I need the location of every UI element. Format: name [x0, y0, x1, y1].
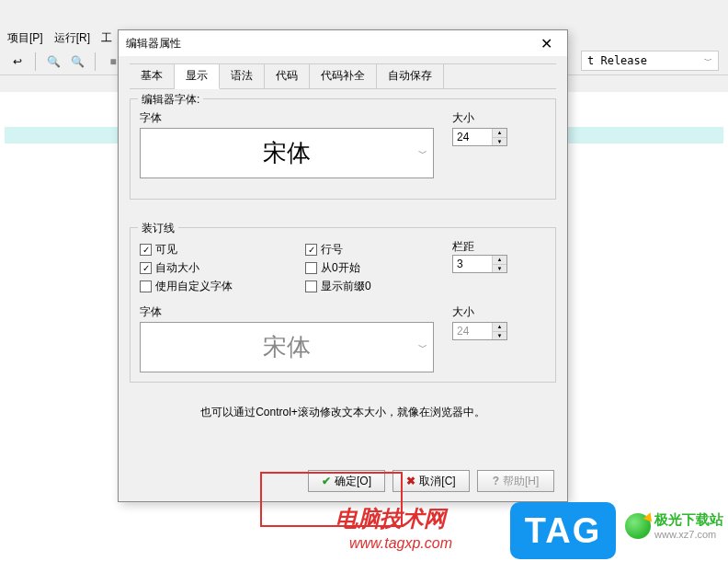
chevron-down-icon: ﹀ — [418, 147, 427, 160]
jiguang-icon — [625, 513, 651, 539]
dialog-button-bar: ✔ 确定[O] ✖ 取消[C] ? 帮助[H] — [308, 470, 554, 492]
spacing-label: 栏距 — [452, 240, 474, 253]
spinner-down-icon[interactable]: ▼ — [493, 265, 506, 273]
close-icon[interactable]: ✕ — [532, 32, 560, 54]
lineno-checkbox[interactable] — [305, 244, 317, 256]
jiguang-name: 极光下载站 — [654, 511, 723, 529]
question-icon: ? — [493, 475, 499, 487]
tab-autosave[interactable]: 自动保存 — [377, 64, 444, 88]
lineno-label: 行号 — [321, 242, 343, 258]
toolbar-btn-1[interactable]: ↩ — [7, 52, 28, 72]
tab-display[interactable]: 显示 — [175, 64, 220, 89]
gutter-font-label: 字体 — [140, 304, 434, 320]
editor-font-size-input[interactable] — [453, 129, 492, 145]
gutter-size-spinner[interactable]: ▲ ▼ — [452, 322, 507, 340]
customfont-checkbox-row[interactable]: 使用自定义字体 — [140, 279, 268, 294]
spacing-spinner[interactable]: ▲ ▼ — [452, 255, 507, 273]
check-icon: ✔ — [322, 475, 331, 487]
menu-tools[interactable]: 工 — [101, 30, 112, 43]
dialog-title: 编辑器属性 — [126, 36, 181, 52]
dialog-titlebar[interactable]: 编辑器属性 ✕ — [119, 30, 567, 56]
watermark-url: www.tagxp.com — [349, 535, 452, 552]
gutter-font-combo[interactable]: 宋体 ﹀ — [140, 322, 434, 372]
hint-text: 也可以通过Control+滚动修改文本大小，就像在浏览器中。 — [130, 405, 556, 420]
spinner-up-icon[interactable]: ▲ — [493, 129, 506, 138]
lineno-checkbox-row[interactable]: 行号 — [305, 242, 415, 258]
fromzero-checkbox-row[interactable]: 从0开始 — [305, 260, 415, 276]
x-icon: ✖ — [406, 475, 415, 487]
watermark-title: 电脑技术网 — [336, 504, 446, 533]
cancel-button[interactable]: ✖ 取消[C] — [392, 470, 470, 492]
chevron-down-icon: ﹀ — [704, 55, 712, 67]
spinner-up-icon[interactable]: ▲ — [493, 256, 506, 265]
font-label: 字体 — [140, 110, 434, 126]
autosize-label: 自动大小 — [155, 260, 199, 276]
visible-label: 可见 — [155, 242, 177, 258]
gutter-group: 装订线 可见 自动大小 使用自定义字体 — [130, 227, 556, 383]
editor-font-size-spinner[interactable]: ▲ ▼ — [452, 128, 507, 146]
editor-font-group-title: 编辑器字体: — [138, 92, 203, 108]
ok-button[interactable]: ✔ 确定[O] — [308, 470, 385, 492]
gutter-font-value: 宋体 — [263, 331, 311, 363]
gutter-size-input[interactable] — [453, 323, 492, 339]
jiguang-url: www.xz7.com — [654, 529, 723, 540]
chevron-down-icon: ﹀ — [418, 341, 427, 354]
spinner-up-icon[interactable]: ▲ — [493, 323, 506, 332]
visible-checkbox-row[interactable]: 可见 — [140, 242, 268, 258]
spinner-down-icon[interactable]: ▼ — [493, 138, 506, 146]
leadingzero-label: 显示前缀0 — [321, 279, 371, 294]
jiguang-logo: 极光下载站 www.xz7.com — [625, 511, 723, 540]
ok-button-label: 确定[O] — [335, 474, 371, 489]
size-label: 大小 — [452, 110, 507, 126]
leadingzero-checkbox[interactable] — [305, 281, 317, 292]
tab-code[interactable]: 代码 — [265, 64, 310, 88]
toolbar-zoom-out-icon[interactable]: 🔍 — [67, 52, 87, 72]
gutter-size-label: 大小 — [452, 304, 507, 320]
spinner-down-icon[interactable]: ▼ — [493, 332, 506, 340]
cancel-button-label: 取消[C] — [419, 474, 455, 489]
tab-basic[interactable]: 基本 — [130, 64, 175, 88]
fromzero-checkbox[interactable] — [305, 262, 317, 274]
fromzero-label: 从0开始 — [321, 260, 360, 276]
customfont-label: 使用自定义字体 — [155, 279, 233, 294]
menu-project[interactable]: 项目[P] — [7, 30, 43, 43]
editor-font-group: 编辑器字体: 字体 宋体 ﹀ 大小 ▲ ▼ — [130, 98, 556, 200]
menu-run[interactable]: 运行[R] — [54, 30, 90, 43]
help-button-label: 帮助[H] — [503, 474, 539, 489]
tab-syntax[interactable]: 语法 — [220, 64, 265, 88]
spacing-input[interactable] — [453, 256, 492, 272]
visible-checkbox[interactable] — [140, 244, 152, 256]
build-config-value: t Release — [587, 54, 647, 67]
tab-bar: 基本 显示 语法 代码 代码补全 自动保存 — [130, 63, 556, 89]
editor-font-combo[interactable]: 宋体 ﹀ — [140, 128, 434, 178]
build-config-combo[interactable]: t Release ﹀ — [581, 51, 719, 71]
tag-badge: TAG — [510, 502, 616, 559]
autosize-checkbox[interactable] — [140, 262, 152, 274]
autosize-checkbox-row[interactable]: 自动大小 — [140, 260, 268, 276]
editor-font-value: 宋体 — [263, 137, 311, 169]
gutter-group-title: 装订线 — [138, 221, 178, 236]
editor-properties-dialog: 编辑器属性 ✕ 基本 显示 语法 代码 代码补全 自动保存 编辑器字体: 字体 … — [118, 29, 568, 502]
leadingzero-checkbox-row[interactable]: 显示前缀0 — [305, 279, 415, 294]
help-button[interactable]: ? 帮助[H] — [477, 470, 554, 492]
toolbar-zoom-in-icon[interactable]: 🔍 — [43, 52, 63, 72]
customfont-checkbox[interactable] — [140, 281, 152, 292]
tab-completion[interactable]: 代码补全 — [310, 64, 377, 88]
